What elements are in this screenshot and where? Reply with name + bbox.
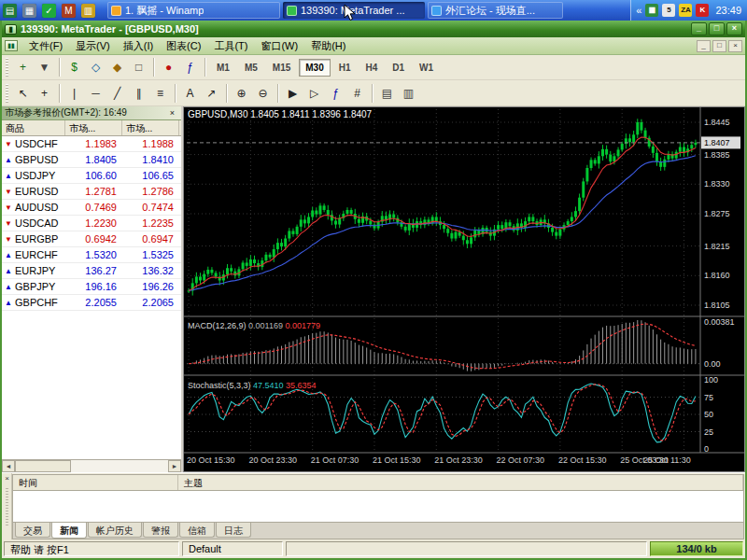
child-minimize-button[interactable]: _ [697,40,711,52]
menu-window[interactable]: 窗口(W) [254,37,304,55]
tray-collapse-icon[interactable]: « [636,2,641,19]
menu-insert[interactable]: 插入(I) [117,37,160,55]
tab-journal[interactable]: 日志 [216,523,251,538]
menu-help[interactable]: 帮助(H) [304,37,352,55]
timeframe-m5-button[interactable]: M5 [238,59,264,77]
terminal-column-0[interactable]: 时间 [13,475,178,490]
trendline-button[interactable]: ╱ [106,83,128,103]
grid-toggle-button[interactable]: # [346,83,368,103]
timeframe-m1-button[interactable]: M1 [210,59,236,77]
tab-news[interactable]: 新闻 [51,523,87,539]
toolbar-grip[interactable] [6,84,8,103]
bid-cell: 1.8405 [65,154,122,165]
quicklaunch-browser-icon[interactable]: M [62,4,76,18]
market-watch-column-0[interactable]: 商品 [2,120,65,135]
crosshair-tool-button[interactable]: + [34,83,55,103]
market-watch-column-1[interactable]: 市场... [65,120,122,135]
market-watch-row-eurchf[interactable]: ▲EURCHF1.53201.5325 [2,247,181,263]
cursor-tool-button[interactable]: ↖ [12,83,34,103]
symbol-cell: ▼EURGBP [2,233,65,245]
market-watch-row-gbpusd[interactable]: ▲GBPUSD1.84051.8410 [2,152,181,168]
toolbar-separator [226,84,227,103]
market-watch-row-eurjpy[interactable]: ▲EURJPY136.27136.32 [2,263,181,279]
timeframe-h1-button[interactable]: H1 [332,59,358,77]
market-watch-titlebar[interactable]: 市场参考报价(GMT+2): 16:49 × [2,106,181,120]
timeframe-h4-button[interactable]: H4 [359,59,385,77]
tab-mailbox[interactable]: 信箱 [179,523,215,538]
quicklaunch-messenger-icon[interactable]: ✓ [42,4,56,18]
cascade-windows-button[interactable]: ▥ [398,83,419,103]
new-chart-button[interactable]: + [12,58,34,77]
maximize-button[interactable]: □ [709,22,725,35]
market-watch-scrollbar[interactable]: ◄ ► [2,459,181,472]
menu-tools[interactable]: 工具(T) [207,37,254,55]
tab-trade[interactable]: 交易 [15,523,50,538]
text-tool-button[interactable]: A [179,83,201,103]
vertical-line-button[interactable]: | [63,83,85,103]
scroll-thumb[interactable] [15,460,71,472]
channel-button[interactable]: ∥ [128,83,149,103]
child-restore-button[interactable]: □ [712,40,726,52]
taskbar-button-metatrader[interactable]: 139390: MetaTrader ... [283,2,425,19]
navigator-button[interactable]: ◆ [106,58,128,77]
market-watch-row-gbpjpy[interactable]: ▲GBPJPY196.16196.26 [2,279,181,295]
quicklaunch-keyboard-icon[interactable]: ▦ [22,4,36,18]
toolbar-grip[interactable] [6,58,8,77]
terminal-grip[interactable] [6,488,8,525]
data-window-button[interactable]: ◇ [85,58,106,77]
status-profile[interactable]: Default [182,541,283,556]
tray-ime-icon[interactable]: 5 [662,4,675,17]
tray-k-icon[interactable]: K [696,4,709,17]
tray-chart-icon[interactable]: ▦ [645,4,658,17]
new-order-button[interactable]: ● [158,58,179,77]
zoom-out-button[interactable]: ⊖ [252,83,274,103]
scroll-right-icon[interactable]: ► [168,460,181,472]
market-watch-column-2[interactable]: 市场... [122,120,179,135]
symbol-label: USDJPY [15,170,55,181]
market-watch-row-gbpchf[interactable]: ▲GBPCHF2.20552.2065 [2,295,181,311]
timeframe-m15-button[interactable]: M15 [266,59,297,77]
title-bar[interactable]: ▮ 139390: MetaTrader - [GBPUSD,M30] _□× [2,21,745,37]
market-watch-row-audusd[interactable]: ▼AUDUSD0.74690.7474 [2,200,181,216]
zoom-in-button[interactable]: ⊕ [231,83,252,103]
tile-windows-button[interactable]: ▤ [376,83,398,103]
expert-advisors-button[interactable]: ƒ [179,58,201,77]
market-watch-close-icon[interactable]: × [166,107,178,119]
market-watch-row-eurusd[interactable]: ▼EURUSD1.27811.2786 [2,184,181,200]
terminal-close-button[interactable]: × [2,474,12,484]
timeframe-m30-button[interactable]: M30 [299,59,330,77]
scroll-left-icon[interactable]: ◄ [2,460,15,472]
tray-za-icon[interactable]: ZA [679,4,692,17]
taskbar-button-winamp[interactable]: 1. 飘摇 - Winamp [107,2,280,19]
terminal-column-1[interactable]: 主题 [178,475,743,490]
market-watch-row-usdjpy[interactable]: ▲USDJPY106.60106.65 [2,168,181,184]
market-watch-row-usdchf[interactable]: ▼USDCHF1.19831.1988 [2,136,181,152]
menu-charts[interactable]: 图表(C) [160,37,207,55]
price-chart[interactable]: 1.84071.84451.83851.83301.82751.82151.81… [184,107,744,471]
market-watch-button[interactable]: $ [63,58,85,77]
timeframe-d1-button[interactable]: D1 [386,59,411,77]
timeframe-w1-button[interactable]: W1 [413,59,440,77]
taskbar-button-forum[interactable]: 外汇论坛 - 现场直... [428,2,563,19]
quicklaunch-stats-icon[interactable]: ▥ [81,4,95,18]
menu-view[interactable]: 显示(V) [69,37,117,55]
symbol-label: GBPCHF [15,297,58,308]
fibonacci-button[interactable]: ≡ [149,83,171,103]
terminal-table-body[interactable] [13,491,743,522]
menu-file[interactable]: 文件(F) [22,37,69,55]
minimize-button[interactable]: _ [691,22,707,35]
arrow-tool-button[interactable]: ↗ [201,83,222,103]
auto-scroll-button[interactable]: ▷ [303,83,325,103]
tab-alerts[interactable]: 警报 [143,523,178,538]
indicators-button[interactable]: ƒ [325,83,346,103]
horizontal-line-button[interactable]: ─ [85,83,106,103]
child-close-button[interactable]: × [728,40,742,52]
market-watch-row-eurgbp[interactable]: ▼EURGBP0.69420.6947 [2,231,181,247]
close-button[interactable]: × [726,22,742,35]
tab-account-history[interactable]: 帐户历史 [88,523,142,538]
shift-chart-button[interactable]: ▶ [282,83,303,103]
quicklaunch-chart-icon[interactable]: ▤ [3,4,17,18]
chart-profiles-button[interactable]: ▼ [34,58,55,77]
terminal-button[interactable]: □ [128,58,149,77]
market-watch-row-usdcad[interactable]: ▼USDCAD1.22301.2235 [2,216,181,231]
